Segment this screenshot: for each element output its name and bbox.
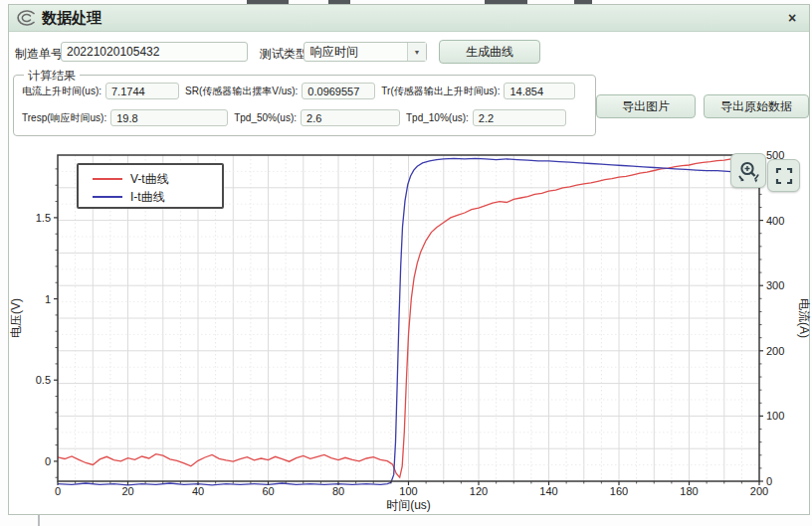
svg-text:180: 180: [680, 485, 698, 497]
svg-text:40: 40: [192, 485, 204, 497]
svg-text:300: 300: [766, 279, 784, 291]
svg-text:160: 160: [610, 485, 628, 497]
right-y-axis-label: 电流(A): [797, 298, 811, 338]
svg-text:80: 80: [332, 485, 344, 497]
legend-label: V-t曲线: [130, 171, 169, 188]
svg-text:140: 140: [539, 485, 557, 497]
svg-text:100: 100: [399, 485, 417, 497]
svg-text:100: 100: [766, 410, 784, 422]
x-axis-label: 时间(us): [386, 498, 431, 512]
left-y-axis-label: 电压(V): [9, 298, 23, 338]
svg-text:60: 60: [262, 485, 274, 497]
svg-text:1: 1: [45, 293, 51, 305]
fullscreen-icon[interactable]: [767, 159, 800, 192]
svg-text:0: 0: [766, 475, 772, 487]
svg-text:0.5: 0.5: [36, 374, 51, 386]
svg-text:0: 0: [45, 455, 51, 467]
chart-legend: V-t曲线 I-t曲线: [77, 163, 224, 209]
svg-text:20: 20: [121, 485, 133, 497]
svg-text:120: 120: [470, 485, 488, 497]
svg-text:0: 0: [55, 485, 61, 497]
legend-entry: V-t曲线: [93, 170, 222, 188]
legend-entry: I-t曲线: [93, 188, 222, 206]
zoom-icon[interactable]: [730, 153, 766, 188]
legend-line-blue: [93, 196, 122, 198]
screen: 数据处理 × 制造单号: 测试类型: 响应时间 ▼ 生成曲线 计算结果 电流上升…: [0, 0, 812, 526]
svg-text:200: 200: [766, 345, 784, 357]
legend-label: I-t曲线: [130, 189, 165, 206]
response-curve-chart: 02040608010012014016018020000.511.501002…: [9, 5, 811, 516]
svg-text:400: 400: [766, 215, 784, 227]
data-processing-dialog: 数据处理 × 制造单号: 测试类型: 响应时间 ▼ 生成曲线 计算结果 电流上升…: [8, 4, 810, 515]
legend-line-red: [93, 178, 122, 180]
svg-text:1.5: 1.5: [36, 212, 51, 224]
